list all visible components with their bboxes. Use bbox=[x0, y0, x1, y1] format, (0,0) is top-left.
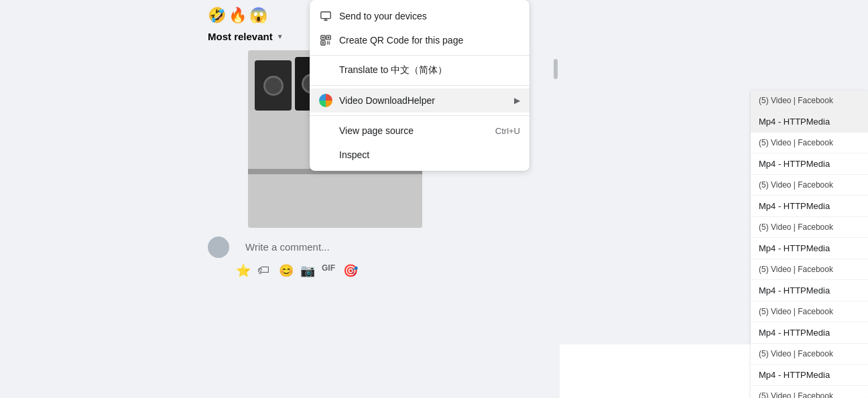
emoji-icon[interactable]: 😊 bbox=[279, 263, 295, 279]
right-panel-item[interactable]: Mp4 - HTTPMedia bbox=[751, 364, 868, 386]
svg-rect-10 bbox=[327, 42, 328, 43]
monitor-icon bbox=[319, 9, 332, 23]
scrollbar[interactable] bbox=[552, 59, 560, 193]
vdh-submenu-panel: (5) Video | FacebookMp4 - HTTPMedia(5) V… bbox=[751, 90, 868, 398]
right-panel-item[interactable]: Mp4 - HTTPMedia bbox=[751, 111, 868, 133]
view-source-label: View page source bbox=[339, 125, 489, 136]
svg-rect-9 bbox=[322, 42, 324, 44]
submenu-arrow-icon: ▶ bbox=[514, 96, 520, 105]
sort-label: Most relevant bbox=[208, 31, 273, 42]
view-source-icon bbox=[319, 124, 332, 137]
right-panel-item[interactable]: (5) Video | Facebook bbox=[751, 344, 868, 364]
emoji-2: 🔥 bbox=[229, 7, 247, 24]
right-panel-item[interactable]: Mp4 - HTTPMedia bbox=[751, 238, 868, 259]
svg-rect-12 bbox=[327, 44, 328, 45]
svg-rect-8 bbox=[328, 37, 330, 39]
vdh-icon bbox=[319, 94, 332, 107]
divider-1 bbox=[310, 55, 530, 56]
qr-icon bbox=[319, 34, 332, 47]
divider-2 bbox=[310, 85, 530, 86]
right-panel-item[interactable]: Mp4 - HTTPMedia bbox=[751, 153, 868, 175]
speaker-left bbox=[255, 60, 292, 111]
right-panel-item[interactable]: (5) Video | Facebook bbox=[751, 259, 868, 280]
svg-rect-11 bbox=[329, 42, 330, 43]
vdh-label: Video DownloadHelper bbox=[339, 95, 507, 106]
emoji-1: 🤣 bbox=[208, 7, 226, 24]
divider-3 bbox=[310, 115, 530, 116]
inspect-icon bbox=[319, 148, 332, 161]
camera-icon[interactable]: 📷 bbox=[300, 263, 316, 279]
avatar bbox=[208, 237, 229, 258]
send-to-devices-label: Send to your devices bbox=[339, 11, 520, 21]
translate-icon bbox=[319, 64, 332, 77]
right-panel-item[interactable]: (5) Video | Facebook bbox=[751, 175, 868, 196]
translate-label: Translate to 中文（简体） bbox=[339, 64, 520, 76]
emoji-3: 😱 bbox=[249, 7, 267, 24]
context-menu: Send to your devices Create QR Code bbox=[310, 0, 530, 171]
menu-item-vdh[interactable]: Video DownloadHelper ▶ bbox=[310, 88, 530, 113]
svg-rect-0 bbox=[321, 12, 330, 19]
menu-item-view-source[interactable]: View page source Ctrl+U bbox=[310, 119, 530, 143]
comment-area: Write a comment... bbox=[13, 236, 516, 258]
svg-rect-13 bbox=[329, 44, 330, 45]
menu-item-inspect[interactable]: Inspect bbox=[310, 143, 530, 167]
comment-input[interactable]: Write a comment... bbox=[236, 236, 516, 258]
inspect-label: Inspect bbox=[339, 149, 520, 160]
bottom-left-area bbox=[0, 344, 560, 398]
right-panel-item[interactable]: (5) Video | Facebook bbox=[751, 302, 868, 322]
right-panel-item[interactable]: (5) Video | Facebook bbox=[751, 217, 868, 238]
scrollbar-thumb bbox=[554, 59, 558, 79]
view-source-shortcut: Ctrl+U bbox=[495, 126, 520, 136]
comment-icon-bar: ⭐ 🏷 😊 📷 GIF 🎯 bbox=[13, 263, 516, 279]
right-panel-item[interactable]: (5) Video | Facebook bbox=[751, 90, 868, 111]
menu-item-send-to-devices[interactable]: Send to your devices bbox=[310, 4, 530, 28]
menu-item-create-qr[interactable]: Create QR Code for this page bbox=[310, 28, 530, 52]
right-panel-item[interactable]: Mp4 - HTTPMedia bbox=[751, 196, 868, 217]
create-qr-label: Create QR Code for this page bbox=[339, 35, 520, 46]
right-panel-item[interactable]: Mp4 - HTTPMedia bbox=[751, 280, 868, 302]
svg-rect-7 bbox=[322, 37, 324, 39]
right-panel-item[interactable]: (5) Video | Facebook bbox=[751, 386, 868, 398]
sticker-icon[interactable]: ⭐ bbox=[236, 263, 252, 279]
right-panel-item[interactable]: Mp4 - HTTPMedia bbox=[751, 322, 868, 344]
page-background: 🤣 🔥 😱 Most relevant ▼ bbox=[0, 0, 868, 398]
more-icon[interactable]: 🎯 bbox=[343, 263, 359, 279]
gif-icon[interactable]: GIF bbox=[322, 263, 338, 279]
comment-placeholder: Write a comment... bbox=[245, 241, 330, 253]
tag-icon[interactable]: 🏷 bbox=[257, 263, 273, 279]
chevron-down-icon: ▼ bbox=[277, 33, 284, 40]
menu-item-translate[interactable]: Translate to 中文（简体） bbox=[310, 58, 530, 82]
right-panel-item[interactable]: (5) Video | Facebook bbox=[751, 133, 868, 153]
